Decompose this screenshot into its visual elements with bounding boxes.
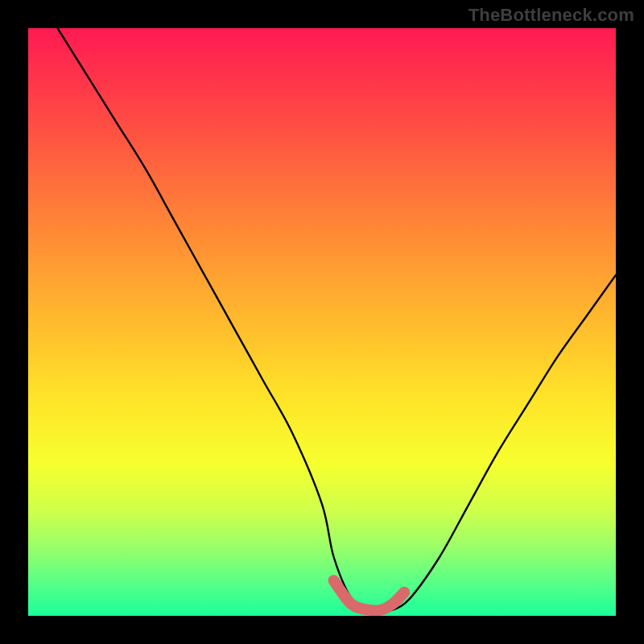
curve-svg: [28, 28, 616, 616]
bottleneck-curve-path: [58, 28, 617, 611]
watermark-text: TheBottleneck.com: [469, 5, 634, 26]
chart-frame: TheBottleneck.com: [0, 0, 644, 644]
plot-area: [28, 28, 616, 616]
